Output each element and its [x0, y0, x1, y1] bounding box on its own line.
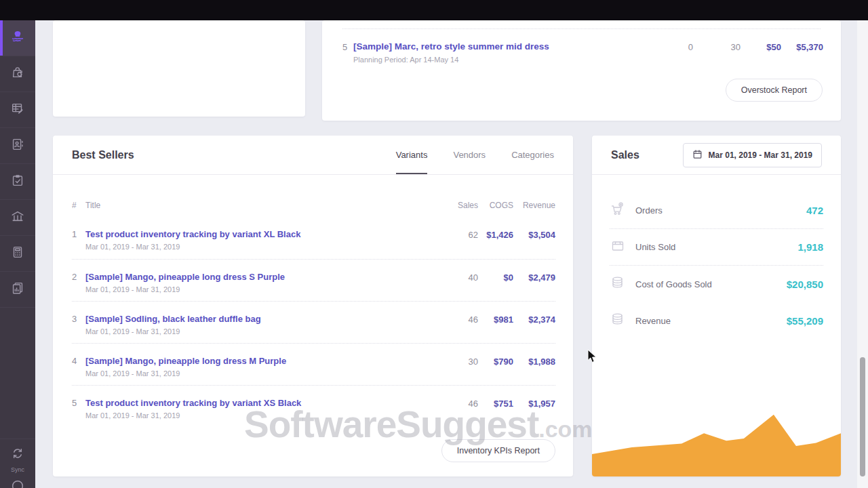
sync-icon [10, 451, 25, 463]
sidebar-item-calculator[interactable] [0, 236, 35, 272]
bag-sync-icon [10, 65, 25, 83]
row-rank: 3 [72, 314, 85, 343]
metric-row-cogs: Cost of Goods Sold $20,850 [610, 266, 823, 302]
metric-row-revenue: Revenue $55,209 [610, 302, 823, 339]
coins-icon [610, 311, 626, 330]
cart-icon [610, 201, 626, 220]
logo-icon [9, 28, 26, 47]
row-separator [342, 28, 821, 29]
table-row: 3 [Sample] Sodling, black leather duffle… [72, 301, 555, 343]
overstock-panel: 5 [Sample] Marc, retro style summer mid … [322, 20, 841, 121]
row-rank: 5 [342, 41, 353, 52]
product-link[interactable]: [Sample] Sodling, black leather duffle b… [85, 314, 440, 324]
metric-row-orders: Orders 472 [610, 192, 823, 229]
metric-label: Orders [635, 205, 663, 216]
row-revenue: $1,988 [513, 356, 555, 385]
tab-vendors[interactable]: Vendors [453, 136, 486, 174]
sidebar-sync-section[interactable]: Sync [0, 439, 35, 488]
coins-icon [610, 274, 626, 293]
scrollbar-thumb[interactable] [860, 357, 865, 476]
tab-variants[interactable]: Variants [396, 136, 428, 174]
date-range-label: Mar 01, 2019 - Mar 31, 2019 [709, 150, 812, 160]
sales-metrics: Orders 472 Units Sold 1,918 Cost of G [592, 192, 841, 339]
planning-period: Planning Period: Apr 14-May 14 [353, 56, 666, 64]
row-revenue: $2,479 [513, 272, 555, 301]
row-cogs: $981 [478, 314, 513, 343]
row-period: Mar 01, 2019 - Mar 31, 2019 [85, 327, 440, 336]
top-black-bar [0, 0, 868, 20]
row-period: Mar 01, 2019 - Mar 31, 2019 [85, 411, 440, 420]
row-rank: 1 [72, 229, 85, 259]
table-edit-icon [10, 101, 25, 119]
date-range-picker[interactable]: Mar 01, 2019 - Mar 31, 2019 [683, 143, 822, 167]
calendar-icon [692, 149, 703, 161]
table-column-header: # Title Sales COGS Revenue [53, 175, 573, 217]
table-row: 1 Test product inventory tracking by var… [72, 217, 555, 259]
col-rank: # [72, 201, 85, 210]
sales-header: Sales Mar 01, 2019 - Mar 31, 2019 [592, 136, 841, 175]
metric-label: Units Sold [635, 242, 675, 252]
row-sales: 62 [440, 229, 478, 259]
warehouse-icon [10, 209, 25, 226]
sync-label: Sync [0, 466, 35, 473]
calculator-icon [10, 245, 25, 262]
top-left-panel [53, 20, 305, 117]
table-row: 2 [Sample] Mango, pineapple long dress S… [72, 259, 555, 301]
product-link[interactable]: [Sample] Mango, pineapple long dress S P… [85, 272, 440, 282]
help-icon[interactable] [0, 479, 35, 488]
sidebar-item-stock-editor[interactable] [0, 92, 35, 128]
row-revenue: $3,504 [513, 229, 555, 259]
sidebar-item-warehouse[interactable] [0, 200, 35, 236]
box-icon [610, 238, 626, 257]
row-cogs: $790 [478, 356, 513, 385]
best-sellers-tabs: Variants Vendors Categories [396, 136, 554, 174]
row-rank: 4 [72, 356, 85, 385]
metric-value: 472 [806, 205, 823, 216]
row-cogs: $1,426 [478, 229, 513, 259]
product-link[interactable]: [Sample] Marc, retro style summer mid dr… [353, 41, 666, 52]
tab-categories[interactable]: Categories [511, 136, 554, 174]
metric-value: 1,918 [797, 241, 823, 253]
sales-panel: Sales Mar 01, 2019 - Mar 31, 2019 Orders… [592, 136, 841, 476]
product-link[interactable]: Test product inventory tracking by varia… [85, 398, 440, 408]
scrollbar-track[interactable] [857, 20, 868, 488]
row-value-1: 0 [666, 41, 693, 52]
row-sales: 30 [440, 356, 478, 385]
panel-title: Sales [611, 149, 639, 161]
row-revenue: $2,374 [513, 314, 555, 343]
metric-row-units-sold: Units Sold 1,918 [610, 229, 823, 266]
metric-value: $55,209 [787, 315, 823, 327]
table-row: 4 [Sample] Mango, pineapple long dress M… [72, 343, 555, 385]
sidebar-item-tasks[interactable] [0, 164, 35, 200]
sidebar-item-reports[interactable] [0, 272, 35, 308]
row-title-block: [Sample] Mango, pineapple long dress M P… [85, 356, 440, 385]
col-sales: Sales [440, 201, 478, 210]
clipboard-check-icon [10, 173, 25, 190]
row-cogs: $0 [478, 272, 513, 301]
sidebar-item-contacts[interactable] [0, 128, 35, 164]
metric-label: Cost of Goods Sold [635, 279, 712, 289]
sales-area-chart [592, 402, 841, 476]
row-period: Mar 01, 2019 - Mar 31, 2019 [85, 369, 440, 378]
best-sellers-header: Best Sellers Variants Vendors Categories [53, 136, 573, 175]
row-value-3: $50 [741, 41, 781, 52]
overstock-report-button[interactable]: Overstock Report [726, 79, 823, 102]
inventory-kpis-report-button[interactable]: Inventory KPIs Report [441, 439, 555, 462]
panel-title: Best Sellers [72, 149, 134, 161]
sidebar-item-dashboard[interactable] [0, 20, 35, 56]
row-period: Mar 01, 2019 - Mar 31, 2019 [85, 285, 440, 293]
row-title-block: [Sample] Marc, retro style summer mid dr… [353, 41, 666, 64]
overstock-row: 5 [Sample] Marc, retro style summer mid … [342, 41, 823, 64]
col-title: Title [85, 201, 440, 210]
row-title-block: Test product inventory tracking by varia… [85, 398, 440, 427]
product-link[interactable]: [Sample] Mango, pineapple long dress M P… [85, 356, 440, 366]
product-link[interactable]: Test product inventory tracking by varia… [85, 229, 440, 239]
row-rank: 2 [72, 272, 85, 301]
report-pages-icon [10, 281, 25, 298]
metric-label: Revenue [635, 316, 671, 326]
best-sellers-panel: Best Sellers Variants Vendors Categories… [53, 136, 573, 476]
sidebar: Sync [0, 20, 35, 488]
row-revenue: $1,957 [513, 398, 555, 427]
sidebar-item-purchase-orders[interactable] [0, 56, 35, 92]
row-sales: 40 [440, 272, 478, 301]
